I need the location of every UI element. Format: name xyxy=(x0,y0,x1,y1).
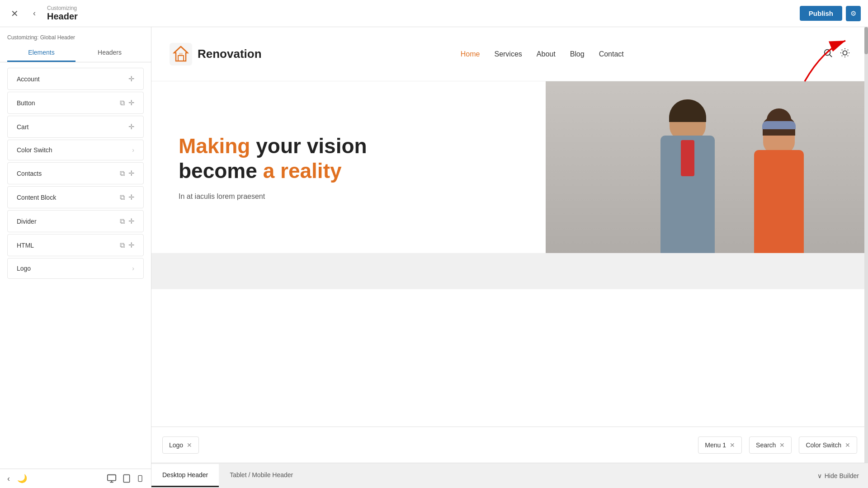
nav-blog[interactable]: Blog xyxy=(570,50,585,58)
html-copy-icon[interactable]: ⧉ xyxy=(120,241,125,249)
preview-scrollbar[interactable] xyxy=(864,27,868,463)
chevron-down-icon: ∨ xyxy=(817,472,822,479)
divider-copy-icon[interactable]: ⧉ xyxy=(120,217,125,225)
sidebar-item-divider[interactable]: Divider ⧉ ✛ xyxy=(7,210,144,232)
logo-icon xyxy=(170,43,192,66)
cart-move-icon[interactable]: ✛ xyxy=(128,122,134,131)
settings-button[interactable]: ⚙ xyxy=(846,6,861,21)
header-info: Customizing Header xyxy=(47,5,78,22)
nav-contact[interactable]: Contact xyxy=(599,50,624,58)
divider-move-icon[interactable]: ✛ xyxy=(128,217,134,225)
mobile-view-button[interactable] xyxy=(137,474,144,483)
sidebar-item-contacts[interactable]: Contacts ⧉ ✛ xyxy=(7,162,144,184)
content-block-move-icon[interactable]: ✛ xyxy=(128,193,134,202)
hero-title-orange2: a reality xyxy=(263,159,342,183)
red-arrow xyxy=(796,32,859,86)
publish-button[interactable]: Publish xyxy=(800,6,842,21)
contacts-label: Contacts xyxy=(17,170,42,177)
button-copy-icon[interactable]: ⧉ xyxy=(120,99,125,107)
website-preview: Renovation Home Services About Blog Cont… xyxy=(151,27,868,427)
html-move-icon[interactable]: ✛ xyxy=(128,241,134,249)
tablet-mobile-header-tab[interactable]: Tablet / Mobile Header xyxy=(219,464,304,487)
sidebar-item-account[interactable]: Account ✛ xyxy=(7,68,144,90)
logo-chip-close[interactable]: ✕ xyxy=(187,441,192,449)
nav-services[interactable]: Services xyxy=(494,50,522,58)
hero-section: Making your vision become a reality In a… xyxy=(151,81,868,253)
customizing-label: Customizing xyxy=(47,5,78,11)
svg-rect-5 xyxy=(138,475,142,481)
color-switch-actions: › xyxy=(132,146,134,154)
hero-title-rest2: become xyxy=(179,159,263,183)
device-buttons xyxy=(107,474,144,483)
menu1-chip[interactable]: Menu 1 ✕ xyxy=(698,436,742,454)
header-builder-bar: Logo ✕ Menu 1 ✕ Search ✕ Color Switch xyxy=(151,427,868,463)
site-header: Renovation Home Services About Blog Cont… xyxy=(151,27,868,81)
sidebar-item-button[interactable]: Button ⧉ ✛ xyxy=(7,92,144,114)
sidebar: Customizing: Global Header Elements Head… xyxy=(0,27,151,488)
bottom-tabs-left: Desktop Header Tablet / Mobile Header xyxy=(151,464,304,487)
logo-arrow-icon[interactable]: › xyxy=(132,265,134,272)
nav-about[interactable]: About xyxy=(537,50,556,58)
logo-chip[interactable]: Logo ✕ xyxy=(162,436,199,454)
sidebar-item-cart[interactable]: Cart ✛ xyxy=(7,116,144,138)
contacts-move-icon[interactable]: ✛ xyxy=(128,169,134,178)
preview-area: Renovation Home Services About Blog Cont… xyxy=(151,27,868,488)
content-block-copy-icon[interactable]: ⧉ xyxy=(120,193,125,202)
sidebar-item-html[interactable]: HTML ⧉ ✛ xyxy=(7,234,144,256)
site-logo: Renovation xyxy=(170,43,262,66)
menu1-chip-close[interactable]: ✕ xyxy=(730,441,735,449)
top-bar: ✕ ‹ Customizing Header Publish ⚙ xyxy=(0,0,868,27)
site-nav: Home Services About Blog Contact xyxy=(461,50,624,58)
color-switch-arrow-icon[interactable]: › xyxy=(132,146,134,154)
desktop-header-tab[interactable]: Desktop Header xyxy=(151,464,219,487)
hero-text: Making your vision become a reality In a… xyxy=(151,81,546,253)
html-label: HTML xyxy=(17,242,34,249)
html-actions: ⧉ ✛ xyxy=(120,241,134,249)
svg-rect-3 xyxy=(123,475,129,483)
divider-actions: ⧉ ✛ xyxy=(120,217,134,225)
sidebar-item-logo[interactable]: Logo › xyxy=(7,258,144,279)
account-move-icon[interactable]: ✛ xyxy=(128,75,134,83)
sidebar-header: Customizing: Global Header Elements Head… xyxy=(0,27,151,62)
hide-builder-label: Hide Builder xyxy=(825,472,859,479)
publish-area: Publish ⚙ xyxy=(800,6,861,21)
account-actions: ✛ xyxy=(128,75,134,83)
nav-home[interactable]: Home xyxy=(461,50,480,58)
top-bar-left: ✕ ‹ Customizing Header xyxy=(7,5,78,22)
color-switch-chip[interactable]: Color Switch ✕ xyxy=(799,436,857,454)
color-switch-label: Color Switch xyxy=(17,146,52,154)
svg-rect-0 xyxy=(108,475,116,481)
search-chip-label: Search xyxy=(756,441,776,449)
close-button[interactable]: ✕ xyxy=(7,6,22,21)
desktop-view-button[interactable] xyxy=(107,474,117,483)
gray-section xyxy=(151,253,868,289)
sidebar-bottom: ‹ 🌙 xyxy=(0,469,151,488)
color-switch-chip-close[interactable]: ✕ xyxy=(845,441,850,449)
preview-wrapper: Renovation Home Services About Blog Cont… xyxy=(151,27,868,463)
hero-title-orange1: Making xyxy=(179,134,250,158)
account-label: Account xyxy=(17,75,40,83)
sidebar-items-list: Account ✛ Button ⧉ ✛ Cart ✛ xyxy=(0,62,151,469)
sidebar-back-button[interactable]: ‹ xyxy=(7,474,10,483)
tab-elements[interactable]: Elements xyxy=(7,44,75,62)
back-button[interactable]: ‹ xyxy=(27,6,42,21)
button-move-icon[interactable]: ✛ xyxy=(128,99,134,107)
tab-headers[interactable]: Headers xyxy=(75,44,144,62)
tablet-view-button[interactable] xyxy=(122,474,131,483)
button-actions: ⧉ ✛ xyxy=(120,99,134,107)
logo-label: Logo xyxy=(17,265,31,272)
page-title: Header xyxy=(47,11,78,22)
logo-actions: › xyxy=(132,265,134,272)
search-chip-close[interactable]: ✕ xyxy=(779,441,785,449)
site-logo-text: Renovation xyxy=(198,47,262,61)
hero-subtitle: In at iaculis lorem praesent xyxy=(179,192,519,201)
search-chip[interactable]: Search ✕ xyxy=(749,436,792,454)
hide-builder-button[interactable]: ∨ Hide Builder xyxy=(817,472,859,479)
hero-title-rest1: your vision xyxy=(250,134,367,158)
contacts-copy-icon[interactable]: ⧉ xyxy=(120,169,125,178)
sidebar-item-content-block[interactable]: Content Block ⧉ ✛ xyxy=(7,186,144,208)
bottom-tabs: Desktop Header Tablet / Mobile Header ∨ … xyxy=(151,463,868,488)
dark-mode-button[interactable]: 🌙 xyxy=(17,474,27,483)
sidebar-item-color-switch[interactable]: Color Switch › xyxy=(7,140,144,160)
hero-image xyxy=(546,81,868,253)
